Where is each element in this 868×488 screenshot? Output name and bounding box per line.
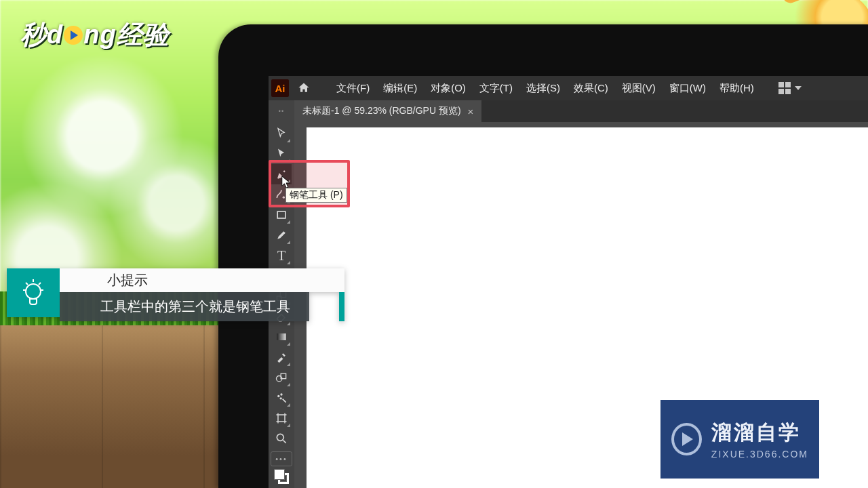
- blend-icon: [275, 371, 288, 384]
- pen-tool[interactable]: [271, 164, 292, 184]
- tip-body: 小提示 工具栏中的第三个就是钢笔工具: [60, 268, 344, 317]
- home-icon: [297, 81, 311, 95]
- watermark-url: ZIXUE.3D66.COM: [711, 449, 808, 460]
- paintbrush-icon: [275, 228, 288, 242]
- svg-point-9: [280, 397, 282, 399]
- menu-type[interactable]: 文字(T): [473, 79, 519, 98]
- app-badge: Ai: [271, 79, 289, 97]
- fill-stroke-swatch[interactable]: [271, 466, 292, 487]
- svg-point-0: [283, 197, 285, 199]
- watermark-play-icon: [671, 423, 702, 455]
- pen-icon: [275, 167, 288, 181]
- tip-heading: 小提示: [60, 268, 344, 292]
- zoom-tool[interactable]: [271, 428, 292, 449]
- chevron-down-icon: [795, 86, 802, 90]
- menu-window[interactable]: 窗口(W): [663, 79, 713, 98]
- symbol-sprayer-tool[interactable]: [271, 388, 292, 408]
- svg-point-11: [277, 434, 283, 441]
- menu-view[interactable]: 视图(V): [615, 79, 663, 98]
- menu-file[interactable]: 文件(F): [330, 79, 376, 98]
- artboard-tool[interactable]: [271, 408, 292, 428]
- gradient-tool[interactable]: [271, 327, 292, 347]
- menubar: Ai 文件(F) 编辑(E) 对象(O) 文字(T) 选择(S) 效果(C) 视…: [269, 76, 868, 100]
- menu-help[interactable]: 帮助(H): [713, 79, 761, 98]
- menu-items: 文件(F) 编辑(E) 对象(O) 文字(T) 选择(S) 效果(C) 视图(V…: [330, 79, 761, 98]
- document-title: 未标题-1 @ 59.23% (RGB/GPU 预览): [302, 105, 461, 117]
- edit-toolbar-button[interactable]: •••: [271, 451, 292, 466]
- tip-bulb-icon: [7, 268, 60, 317]
- site-logo: 秒dng经验: [20, 18, 170, 52]
- selection-tool[interactable]: [271, 123, 292, 144]
- type-icon: T: [277, 248, 285, 264]
- svg-rect-1: [277, 211, 285, 218]
- zoom-icon: [275, 432, 288, 445]
- direct-selection-tool[interactable]: [271, 144, 292, 164]
- menu-select[interactable]: 选择(S): [519, 79, 567, 98]
- type-tool[interactable]: T: [271, 245, 292, 266]
- menu-effect[interactable]: 效果(C): [567, 79, 615, 98]
- home-button[interactable]: [294, 79, 313, 97]
- gradient-icon: [275, 330, 288, 344]
- blend-tool[interactable]: [271, 367, 292, 388]
- fill-stroke-icon: [274, 469, 289, 484]
- svg-point-7: [277, 395, 279, 397]
- svg-point-8: [280, 393, 282, 395]
- rectangle-tool[interactable]: [271, 205, 292, 225]
- svg-rect-10: [278, 415, 285, 422]
- workspace-switcher[interactable]: [778, 82, 802, 94]
- menu-edit[interactable]: 编辑(E): [376, 79, 424, 98]
- artboard-icon: [275, 411, 288, 425]
- tip-message: 工具栏中的第三个就是钢笔工具: [60, 292, 309, 321]
- selection-icon: [275, 127, 288, 140]
- rectangle-icon: [275, 208, 288, 222]
- watermark-card: 溜溜自学 ZIXUE.3D66.COM: [660, 400, 819, 479]
- svg-point-12: [26, 284, 41, 299]
- direct-selection-icon: [275, 147, 288, 161]
- tabstrip: •• 未标题-1 @ 59.23% (RGB/GPU 预览) ×: [269, 100, 868, 122]
- tip-banner: 小提示 工具栏中的第三个就是钢笔工具: [7, 268, 344, 317]
- tab-close-button[interactable]: ×: [468, 106, 474, 117]
- sprayer-icon: [275, 391, 288, 405]
- workspace-grid-icon: [778, 82, 791, 94]
- menu-object[interactable]: 对象(O): [424, 79, 473, 98]
- tip-accent-bar: [339, 292, 344, 321]
- eyedropper-icon: [275, 350, 288, 364]
- logo-play-icon: [64, 26, 83, 45]
- paintbrush-tool[interactable]: [271, 225, 292, 245]
- eyedropper-tool[interactable]: [271, 347, 292, 367]
- document-tab[interactable]: 未标题-1 @ 59.23% (RGB/GPU 预览) ×: [294, 100, 481, 122]
- toolbar-header: ••: [269, 100, 294, 122]
- svg-rect-4: [277, 333, 285, 340]
- pen-tool-tooltip: 钢笔工具 (P): [285, 188, 347, 203]
- watermark-title: 溜溜自学: [711, 419, 808, 447]
